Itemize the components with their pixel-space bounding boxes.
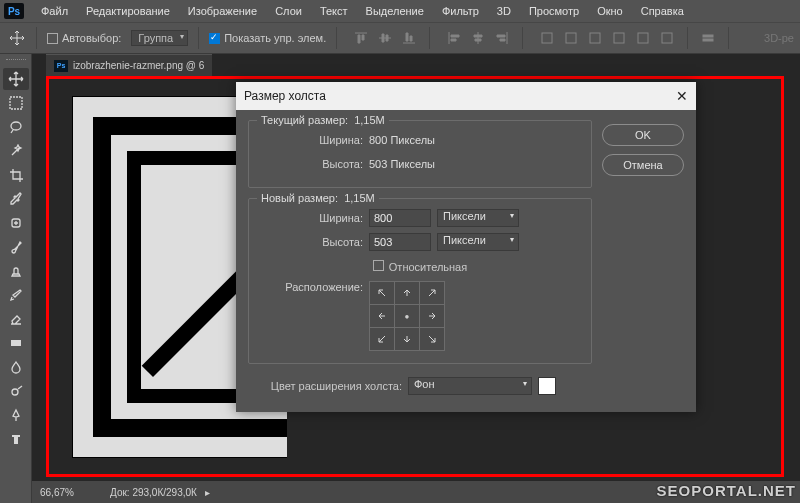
svg-rect-2 xyxy=(590,33,600,43)
separator xyxy=(336,27,337,49)
menu-image[interactable]: Изображение xyxy=(179,5,266,17)
separator xyxy=(36,27,37,49)
current-width-label: Ширина: xyxy=(259,134,369,146)
panel-grip[interactable] xyxy=(6,59,26,62)
move-tool[interactable] xyxy=(3,68,29,90)
menu-window[interactable]: Окно xyxy=(588,5,632,17)
new-width-input[interactable] xyxy=(369,209,431,227)
eyedropper-tool[interactable] xyxy=(3,188,29,210)
blur-tool[interactable] xyxy=(3,356,29,378)
menu-text[interactable]: Текст xyxy=(311,5,357,17)
autoselect-checkbox[interactable]: Автовыбор: xyxy=(47,32,121,45)
menu-edit[interactable]: Редактирование xyxy=(77,5,179,17)
anchor-ne[interactable] xyxy=(420,282,444,304)
clone-stamp-tool[interactable] xyxy=(3,260,29,282)
anchor-center[interactable]: ● xyxy=(395,305,419,327)
eraser-tool[interactable] xyxy=(3,308,29,330)
current-size-fieldset: Текущий размер: 1,15M Ширина:800 Пикселы… xyxy=(248,120,592,188)
ps-doc-icon: Ps xyxy=(54,60,68,72)
height-unit-dropdown[interactable]: Пиксели xyxy=(437,233,519,251)
menu-select[interactable]: Выделение xyxy=(357,5,433,17)
dist-6-icon[interactable] xyxy=(657,28,677,48)
dist-4-icon[interactable] xyxy=(609,28,629,48)
dialog-title: Размер холста xyxy=(244,89,326,103)
new-height-input[interactable] xyxy=(369,233,431,251)
anchor-s[interactable] xyxy=(395,328,419,350)
width-unit-dropdown[interactable]: Пиксели xyxy=(437,209,519,227)
svg-rect-10 xyxy=(11,340,21,346)
extension-color-dropdown[interactable]: Фон xyxy=(408,377,532,395)
align-left-icon[interactable] xyxy=(444,28,464,48)
type-tool[interactable] xyxy=(3,428,29,450)
menu-filter[interactable]: Фильтр xyxy=(433,5,488,17)
move-tool-indicator xyxy=(8,29,26,47)
watermark: SEOPORTAL.NET xyxy=(657,482,796,499)
svg-rect-5 xyxy=(662,33,672,43)
menu-view[interactable]: Просмотр xyxy=(520,5,588,17)
new-height-label: Высота: xyxy=(259,236,369,248)
magic-wand-tool[interactable] xyxy=(3,140,29,162)
app-logo: Ps xyxy=(4,3,24,19)
cancel-button[interactable]: Отмена xyxy=(602,154,684,176)
separator xyxy=(522,27,523,49)
dodge-tool[interactable] xyxy=(3,380,29,402)
menu-file[interactable]: Файл xyxy=(32,5,77,17)
svg-rect-8 xyxy=(10,97,22,109)
new-size-fieldset: Новый размер: 1,15M Ширина: Пиксели Высо… xyxy=(248,198,592,364)
align-bottom-icon[interactable] xyxy=(399,28,419,48)
anchor-label: Расположение: xyxy=(259,281,369,293)
dist-2-icon[interactable] xyxy=(561,28,581,48)
document-tab-label: izobrazhenie-razmer.png @ 6 xyxy=(73,60,204,71)
brush-tool[interactable] xyxy=(3,236,29,258)
separator xyxy=(198,27,199,49)
dialog-titlebar[interactable]: Размер холста ✕ xyxy=(236,82,696,110)
doc-info-arrow-icon[interactable]: ▸ xyxy=(205,487,210,498)
ok-button[interactable]: OK xyxy=(602,124,684,146)
autoselect-target-dropdown[interactable]: Группа xyxy=(131,30,188,46)
canvas-size-dialog: Размер холста ✕ Текущий размер: 1,15M Ши… xyxy=(236,82,696,412)
svg-rect-3 xyxy=(614,33,624,43)
extension-color-swatch[interactable] xyxy=(538,377,556,395)
tool-column xyxy=(0,54,32,503)
close-icon[interactable]: ✕ xyxy=(676,88,688,104)
separator xyxy=(429,27,430,49)
distribute-group xyxy=(537,28,677,48)
dist-3-icon[interactable] xyxy=(585,28,605,48)
zoom-level[interactable]: 66,67% xyxy=(40,487,90,498)
menu-layers[interactable]: Слои xyxy=(266,5,311,17)
anchor-e[interactable] xyxy=(420,305,444,327)
anchor-se[interactable] xyxy=(420,328,444,350)
anchor-grid[interactable]: ● xyxy=(369,281,445,351)
align-top-icon[interactable] xyxy=(351,28,371,48)
current-height-label: Высота: xyxy=(259,158,369,170)
current-height-value: 503 Пикселы xyxy=(369,158,435,170)
align-more-icon[interactable] xyxy=(698,28,718,48)
align-right-icon[interactable] xyxy=(492,28,512,48)
dist-1-icon[interactable] xyxy=(537,28,557,48)
doc-info[interactable]: Док: 293,0К/293,0К xyxy=(110,487,197,498)
anchor-nw[interactable] xyxy=(370,282,394,304)
svg-rect-4 xyxy=(638,33,648,43)
show-transform-controls-checkbox[interactable]: Показать упр. элем. xyxy=(209,32,326,45)
relative-checkbox[interactable]: Относительная xyxy=(373,260,467,273)
crop-tool[interactable] xyxy=(3,164,29,186)
svg-rect-6 xyxy=(703,35,713,37)
healing-brush-tool[interactable] xyxy=(3,212,29,234)
svg-rect-7 xyxy=(703,39,713,41)
pen-tool[interactable] xyxy=(3,404,29,426)
anchor-w[interactable] xyxy=(370,305,394,327)
anchor-n[interactable] xyxy=(395,282,419,304)
history-brush-tool[interactable] xyxy=(3,284,29,306)
lasso-tool[interactable] xyxy=(3,116,29,138)
align-hcenter-icon[interactable] xyxy=(468,28,488,48)
document-tab[interactable]: Ps izobrazhenie-razmer.png @ 6 xyxy=(46,54,212,76)
gradient-tool[interactable] xyxy=(3,332,29,354)
align-group-1 xyxy=(351,28,419,48)
dist-5-icon[interactable] xyxy=(633,28,653,48)
marquee-tool[interactable] xyxy=(3,92,29,114)
menu-3d[interactable]: 3D xyxy=(488,5,520,17)
anchor-sw[interactable] xyxy=(370,328,394,350)
menu-help[interactable]: Справка xyxy=(632,5,693,17)
align-vcenter-icon[interactable] xyxy=(375,28,395,48)
svg-point-11 xyxy=(12,389,18,395)
